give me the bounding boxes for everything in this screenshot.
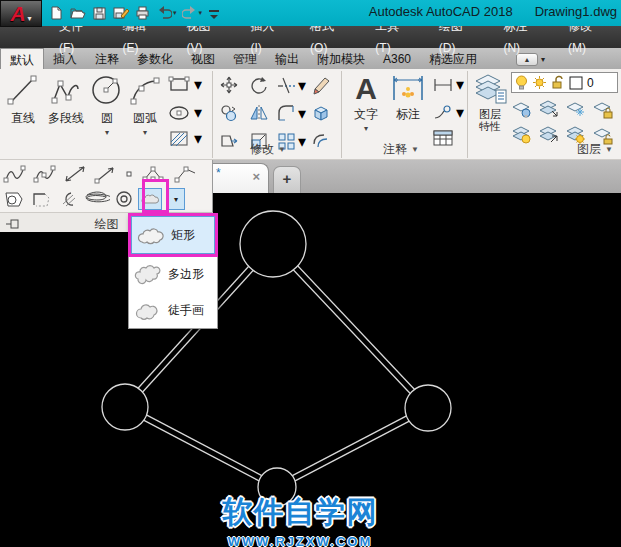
qat-customize-button[interactable]	[207, 5, 221, 21]
arc-button[interactable]: 圆弧 ▾	[126, 72, 164, 137]
boundary-icon[interactable]	[57, 189, 79, 209]
table-button[interactable]	[432, 129, 454, 147]
leader-button[interactable]: ▾	[432, 103, 464, 122]
spline-cv-icon[interactable]	[33, 164, 57, 184]
linear-dimension-button[interactable]: ▾	[432, 75, 464, 94]
linear-dimension-dropdown-icon[interactable]: ▾	[456, 75, 464, 94]
text-icon: A	[349, 72, 383, 104]
application-menu-button[interactable]: A ▾	[0, 0, 42, 27]
array-dropdown-icon[interactable]: ▾	[298, 132, 306, 151]
redo-button[interactable]: ▾	[182, 5, 203, 21]
mirror-button[interactable]	[249, 103, 269, 123]
trim-button[interactable]: ▾	[276, 75, 306, 95]
layer-freeze-button[interactable]	[565, 99, 589, 119]
leader-dropdown-icon[interactable]: ▾	[456, 103, 464, 122]
layer-unlock-icon	[551, 75, 565, 90]
rectangle-dropdown-icon[interactable]: ▾	[194, 75, 202, 94]
ray-icon[interactable]	[93, 164, 117, 184]
arc-icon	[127, 72, 163, 108]
fillet-icon	[276, 103, 296, 123]
menu-item-polygonal-revcloud[interactable]: 多边形	[129, 256, 217, 292]
layer-change-button[interactable]	[538, 125, 562, 145]
move-button[interactable]	[219, 75, 239, 95]
copy-button[interactable]	[219, 103, 239, 123]
wipeout-icon[interactable]	[30, 189, 52, 209]
circle-dropdown-icon[interactable]: ▾	[105, 128, 109, 137]
tab-home[interactable]: 默认	[0, 48, 44, 69]
layer-properties-icon	[472, 72, 508, 106]
layer-tools-row-1	[511, 99, 621, 119]
dimension-label: 标注	[396, 106, 420, 123]
spline-fit-icon[interactable]	[3, 164, 27, 184]
autocad-window: Autodesk AutoCAD 2018 Drawing1.dwg ▾	[0, 0, 621, 547]
open-folder-icon	[69, 5, 86, 21]
text-button[interactable]: A 文字 ▾	[348, 72, 384, 133]
text-dropdown-icon[interactable]: ▾	[364, 124, 368, 133]
layer-color-swatch	[569, 76, 583, 90]
annotation-panel-label[interactable]: 注释 ▼	[383, 141, 419, 158]
menu-item-freehand-revcloud[interactable]: 徒手画	[129, 292, 217, 328]
offset-icon	[311, 131, 331, 151]
mirror-icon	[249, 103, 269, 123]
measure-icon[interactable]	[173, 163, 199, 185]
open-file-button[interactable]	[69, 5, 86, 21]
layer-off-button[interactable]	[511, 99, 535, 119]
menu-item-rectangular-revcloud[interactable]: 矩形	[131, 216, 215, 254]
stretch-button[interactable]	[219, 131, 239, 151]
offset-button[interactable]	[311, 131, 331, 151]
revcloud-polygonal-icon	[133, 262, 163, 286]
dimension-button[interactable]: 标注	[388, 72, 428, 123]
callout-box-menu-item: 矩形	[128, 213, 218, 257]
modify-panel-label[interactable]: 修改 ▼	[250, 141, 286, 158]
text-label: 文字	[354, 106, 378, 123]
save-as-button[interactable]	[112, 5, 129, 21]
linear-dimension-icon	[432, 77, 454, 93]
circle-icon	[89, 72, 125, 108]
polyline-button[interactable]: 多段线	[43, 72, 89, 127]
qat-customize-icon	[207, 5, 221, 21]
new-drawing-tab-button[interactable]: +	[273, 166, 301, 193]
drawing-area[interactable]: 软件自学网 WWW.RJZXW.COM	[0, 193, 621, 547]
erase-button[interactable]	[311, 75, 331, 95]
plot-button[interactable]	[134, 5, 151, 21]
layer-properties-button[interactable]: 图层 特性	[470, 72, 510, 132]
xline-icon[interactable]	[63, 164, 87, 184]
layer-control-dropdown[interactable]: 0	[511, 72, 618, 93]
undo-button[interactable]: ▾	[156, 5, 177, 21]
line-label: 直线	[11, 110, 35, 127]
layer-thaw-sun-icon	[532, 75, 547, 90]
undo-dropdown-arrow[interactable]: ▾	[173, 9, 177, 17]
panel-separator	[212, 71, 213, 158]
ellipse-button[interactable]: ▾	[168, 103, 202, 122]
layer-lock-button[interactable]	[592, 99, 616, 119]
new-file-button[interactable]	[48, 5, 64, 21]
region-icon[interactable]	[3, 189, 25, 209]
rectangle-button[interactable]: ▾	[168, 75, 202, 94]
arc-dropdown-icon[interactable]: ▾	[143, 128, 147, 137]
layers-panel-label[interactable]: 图层 ▼	[577, 141, 613, 158]
layer-on-all-button[interactable]	[511, 125, 535, 145]
trim-dropdown-icon[interactable]: ▾	[298, 76, 306, 95]
revcloud-flyout-button[interactable]: ▾	[167, 188, 185, 210]
hatch-button[interactable]: ▾	[168, 129, 202, 148]
explode-button[interactable]	[311, 103, 331, 123]
window-title: Autodesk AutoCAD 2018 Drawing1.dwg	[369, 4, 617, 22]
helix-icon[interactable]	[84, 189, 110, 209]
redo-dropdown-arrow[interactable]: ▾	[199, 9, 203, 17]
hatch-dropdown-icon[interactable]: ▾	[194, 129, 202, 148]
draw-panel-extra-row-1	[3, 163, 199, 185]
donut-icon[interactable]	[115, 189, 133, 209]
fillet-dropdown-icon[interactable]: ▾	[298, 104, 306, 123]
fillet-button[interactable]: ▾	[276, 103, 306, 123]
point-icon[interactable]	[123, 164, 135, 184]
ellipse-dropdown-icon[interactable]: ▾	[194, 103, 202, 122]
close-tab-icon[interactable]: ×	[252, 170, 260, 183]
layer-make-current-button[interactable]	[538, 99, 562, 119]
circle-button[interactable]: 圆 ▾	[90, 72, 124, 137]
line-button[interactable]: 直线	[4, 72, 42, 127]
save-button[interactable]	[91, 5, 107, 21]
erase-icon	[311, 75, 331, 95]
rotate-button[interactable]	[249, 75, 269, 95]
revcloud-freehand-icon	[133, 298, 163, 322]
autocad-logo: A	[10, 2, 25, 26]
